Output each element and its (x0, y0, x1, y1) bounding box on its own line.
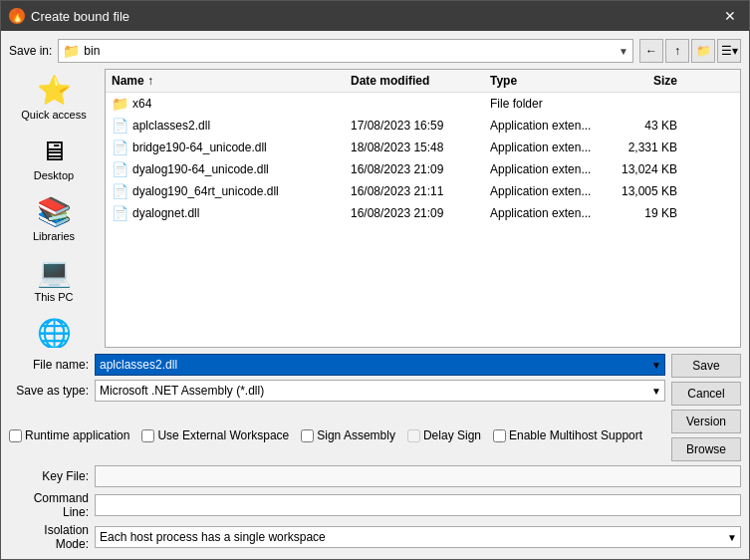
file-type: Application exten... (484, 205, 614, 221)
save-in-arrow: ▼ (619, 46, 628, 57)
file-type: Application exten... (484, 118, 614, 134)
file-size: 2,331 KB (614, 140, 683, 155)
table-row[interactable]: 📄aplclasses2.dll17/08/2023 16:59Applicat… (106, 115, 740, 137)
sidebar-item-network[interactable]: 🌐 Network (14, 312, 94, 348)
save-in-combo[interactable]: 📁 bin ▼ (58, 39, 633, 63)
dialog-body: Save in: 📁 bin ▼ ← ↑ 📁 ☰▾ ⭐ Quick access (1, 31, 749, 559)
file-name-row: File name: aplclasses2.dll ▼ (9, 354, 665, 376)
new-folder-button[interactable]: 📁 (691, 39, 715, 63)
delay-sign-label: Delay Sign (423, 428, 481, 442)
create-bound-file-dialog: 🔥 Create bound file ✕ Save in: 📁 bin ▼ ←… (0, 0, 750, 560)
table-row[interactable]: 📄dyalog190_64rt_unicode.dll16/08/2023 21… (106, 180, 740, 202)
use-external-workspace-checkbox-label[interactable]: Use External Workspace (141, 428, 289, 442)
enable-multihost-support-label: Enable Multihost Support (509, 428, 642, 442)
file-rows: 📁x64File folder📄aplclasses2.dll17/08/202… (106, 93, 740, 347)
file-type: Application exten... (484, 161, 614, 177)
title-bar-left: 🔥 Create bound file (9, 8, 129, 24)
save-as-type-dropdown[interactable]: Microsoft .NET Assembly (*.dll) (95, 380, 665, 402)
save-in-value: bin (84, 44, 615, 58)
file-size: 13,024 KB (614, 161, 683, 177)
isolation-mode-combo-wrap: Each host process has a single workspace… (95, 526, 741, 548)
save-in-row: Save in: 📁 bin ▼ ← ↑ 📁 ☰▾ (9, 39, 741, 63)
col-header-type[interactable]: Type (484, 72, 614, 90)
version-browse-buttons: Version Browse (671, 410, 741, 461)
folder-icon: 📁 (112, 96, 128, 112)
sidebar-item-quick-access[interactable]: ⭐ Quick access (14, 69, 94, 126)
sign-assembly-label: Sign Assembly (317, 428, 395, 442)
title-bar: 🔥 Create bound file ✕ (1, 1, 749, 31)
key-file-label: Key File: (9, 469, 89, 483)
save-as-type-combo-wrap: Microsoft .NET Assembly (*.dll) ▼ (95, 380, 665, 402)
col-header-name[interactable]: Name ↑ (106, 72, 345, 90)
bottom-left: File name: aplclasses2.dll ▼ Save as typ… (9, 354, 665, 406)
desktop-icon: 🖥 (40, 135, 68, 167)
runtime-application-label: Runtime application (25, 428, 129, 442)
file-date: 16/08/2023 21:09 (345, 205, 484, 221)
quick-access-icon: ⭐ (37, 74, 72, 107)
browse-button[interactable]: Browse (671, 437, 741, 461)
file-date: 18/08/2023 15:48 (345, 140, 484, 155)
file-name-combo-wrap: aplclasses2.dll ▼ (95, 354, 665, 376)
version-button[interactable]: Version (671, 410, 741, 433)
table-row[interactable]: 📄dyalognet.dll16/08/2023 21:09Applicatio… (106, 202, 740, 224)
runtime-application-checkbox-label[interactable]: Runtime application (9, 428, 129, 442)
file-name-label: File name: (9, 358, 89, 372)
file-icon: 📄 (112, 140, 128, 155)
file-date (345, 103, 484, 105)
enable-multihost-support-checkbox-label[interactable]: Enable Multihost Support (493, 428, 642, 442)
runtime-application-checkbox[interactable] (9, 429, 22, 442)
file-name: x64 (132, 97, 151, 111)
use-external-workspace-label: Use External Workspace (157, 428, 289, 442)
toolbar: ← ↑ 📁 ☰▾ (639, 39, 741, 63)
file-date: 17/08/2023 16:59 (345, 118, 484, 134)
table-row[interactable]: 📄bridge190-64_unicode.dll18/08/2023 15:4… (106, 137, 740, 158)
use-external-workspace-checkbox[interactable] (141, 429, 154, 442)
file-icon: 📄 (112, 161, 128, 177)
back-button[interactable]: ← (639, 39, 663, 63)
this-pc-icon: 💻 (37, 256, 72, 289)
delay-sign-checkbox[interactable] (407, 429, 420, 442)
file-date: 16/08/2023 21:09 (345, 161, 484, 177)
table-row[interactable]: 📄dyalog190-64_unicode.dll16/08/2023 21:0… (106, 158, 740, 180)
app-icon: 🔥 (9, 8, 25, 24)
sidebar-item-this-pc[interactable]: 💻 This PC (14, 251, 94, 308)
close-button[interactable]: ✕ (719, 5, 741, 27)
file-size: 19 KB (614, 205, 683, 221)
up-button[interactable]: ↑ (665, 39, 689, 63)
sign-assembly-checkbox[interactable] (301, 429, 314, 442)
isolation-mode-row: Isolation Mode: Each host process has a … (9, 523, 741, 551)
file-size: 13,005 KB (614, 183, 683, 199)
file-type: Application exten... (484, 183, 614, 199)
isolation-mode-dropdown[interactable]: Each host process has a single workspace… (95, 526, 741, 548)
col-header-size[interactable]: Size (614, 72, 683, 90)
col-header-date[interactable]: Date modified (345, 72, 484, 90)
isolation-mode-label: Isolation Mode: (9, 523, 89, 551)
views-button[interactable]: ☰▾ (717, 39, 741, 63)
key-file-input[interactable] (95, 465, 741, 487)
save-in-folder-icon: 📁 (63, 43, 80, 59)
command-line-row: Command Line: (9, 491, 741, 519)
file-date: 16/08/2023 21:11 (345, 183, 484, 199)
save-button[interactable]: Save (671, 354, 741, 378)
bottom-form: File name: aplclasses2.dll ▼ Save as typ… (9, 354, 741, 551)
sidebar-item-desktop[interactable]: 🖥 Desktop (14, 130, 94, 186)
file-name: bridge190-64_unicode.dll (132, 140, 267, 154)
table-row[interactable]: 📁x64File folder (106, 93, 740, 115)
checkboxes-inner: Runtime application Use External Workspa… (9, 424, 665, 446)
file-icon: 📄 (112, 205, 128, 221)
cancel-button[interactable]: Cancel (671, 382, 741, 406)
save-as-type-row: Save as type: Microsoft .NET Assembly (*… (9, 380, 665, 402)
file-type: Application exten... (484, 140, 614, 155)
network-icon: 🌐 (37, 317, 72, 348)
sidebar-item-libraries[interactable]: 📚 Libraries (14, 190, 94, 247)
enable-multihost-support-checkbox[interactable] (493, 429, 506, 442)
checkboxes-row: Runtime application Use External Workspa… (9, 410, 741, 461)
command-line-input[interactable] (95, 494, 741, 516)
file-name: dyalog190_64rt_unicode.dll (132, 184, 279, 198)
sign-assembly-checkbox-label[interactable]: Sign Assembly (301, 428, 395, 442)
bottom-right-area: File name: aplclasses2.dll ▼ Save as typ… (9, 354, 741, 406)
file-icon: 📄 (112, 183, 128, 199)
save-in-label: Save in: (9, 44, 52, 58)
delay-sign-checkbox-label[interactable]: Delay Sign (407, 428, 481, 442)
dialog-title: Create bound file (31, 9, 129, 24)
